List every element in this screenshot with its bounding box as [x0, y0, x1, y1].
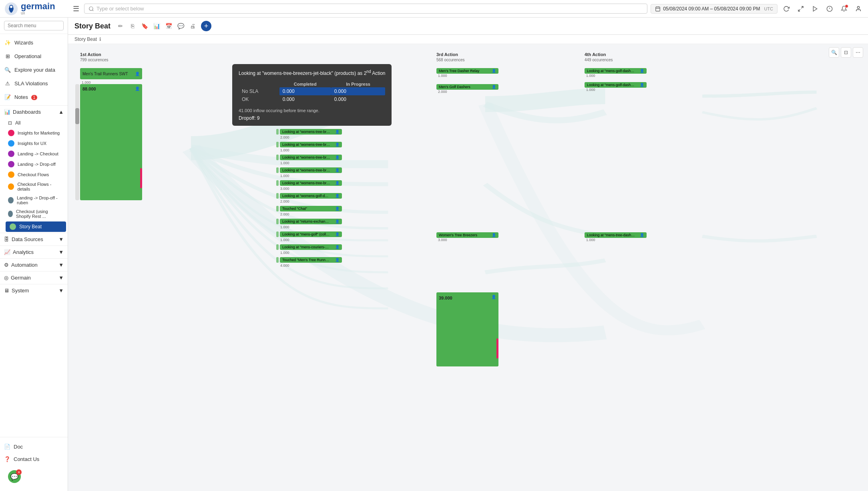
- im-icon: [8, 130, 14, 136]
- sidebar-item-doc[interactable]: 📄 Doc: [0, 441, 68, 453]
- ldr-icon: [8, 197, 14, 203]
- col3-node-relay[interactable]: Men's Tree Dasher Relay 👤 1.000: [436, 68, 498, 78]
- chat-bubble-button[interactable]: 💬 ✕: [8, 470, 21, 483]
- automation-header[interactable]: ⚙ Automation ▼: [0, 259, 68, 271]
- sidebar-item-explore[interactable]: 🔍 Explore your data: [0, 63, 68, 76]
- col2-node-5[interactable]: Looking at "womens-tree-breezers... 👤: [276, 167, 342, 173]
- col2-node8-box[interactable]: Touched "Chat" 👤: [280, 206, 342, 211]
- col2-node3-box[interactable]: Looking at "womens-tree-breezers... 👤: [280, 142, 342, 147]
- sidebar-item-wizards[interactable]: ✨ Wizards: [0, 36, 68, 49]
- sidebar-item-notes[interactable]: 📝 Notes 1: [0, 90, 68, 104]
- calendar-icon: [655, 6, 661, 12]
- sidebar-item-checkout-shopify[interactable]: Checkout (using Shopify Rest ...: [4, 207, 68, 221]
- fullscreen-button[interactable]: [795, 3, 806, 14]
- col2-node-3[interactable]: Looking at "womens-tree-breezers... 👤: [276, 142, 342, 147]
- sidebar-item-checkout-flows[interactable]: Checkout Flows: [4, 169, 68, 180]
- col2-node10-box[interactable]: Looking at "mens-golf" (collecti... 👤: [280, 231, 342, 237]
- col3-big-node[interactable]: 39.000 👤: [436, 292, 498, 366]
- analytics-header[interactable]: 📈 Analytics ▼: [0, 246, 68, 258]
- bookmark-button[interactable]: 🔖: [139, 21, 150, 31]
- sidebar-item-story-beat[interactable]: Story Beat: [6, 221, 66, 232]
- print-button[interactable]: 🖨: [187, 21, 198, 31]
- chart-button[interactable]: 📊: [151, 21, 162, 31]
- sidebar-search-input[interactable]: [4, 21, 64, 30]
- sidebar-item-checkout-flows-details[interactable]: Checkout Flows - details: [4, 180, 68, 193]
- person-icon3: 👤: [335, 143, 340, 147]
- col2-node5-box[interactable]: Looking at "womens-tree-breezers... 👤: [280, 167, 342, 173]
- col1-scrollbar-track[interactable]: [75, 84, 79, 200]
- sidebar-group-dashboards: 📊 Dashboards ▲ ⊡ All Insights for Market…: [0, 105, 68, 233]
- sidebar-item-sla[interactable]: ⚠ SLA Violations: [0, 76, 68, 90]
- info-button[interactable]: [824, 3, 835, 14]
- global-search[interactable]: Type or select below: [84, 4, 647, 14]
- edit-button[interactable]: ✏: [115, 21, 126, 31]
- col1-big-node[interactable]: 88.000 👤: [80, 84, 142, 200]
- col4-node-1[interactable]: Looking at "mens-golf-dashe... 👤 1.000: [585, 68, 647, 78]
- col3-node-breezers[interactable]: Women's Tree Breezers 👤 3.000: [436, 232, 498, 242]
- more-options-button[interactable]: ⋯: [853, 47, 863, 58]
- calendar-header-button[interactable]: 📅: [163, 21, 174, 31]
- zoom-in-button[interactable]: 🔍: [829, 47, 839, 58]
- chevron-down-icon-sy: ▼: [58, 288, 64, 294]
- col2-node-10[interactable]: Looking at "mens-golf" (collecti... 👤: [276, 231, 342, 237]
- col4-node1-box[interactable]: Looking at "mens-golf-dashe... 👤: [585, 68, 647, 74]
- dashboards-icon: 📊: [4, 109, 10, 115]
- col2-node-6[interactable]: Looking at "womens-tree-breezers... 👤: [276, 180, 342, 186]
- breadcrumb-info-icon[interactable]: ℹ: [99, 36, 101, 42]
- col2-node-12[interactable]: Touched "Men's Tree Runner Go -... 👤: [276, 257, 342, 263]
- comment-button[interactable]: 💬: [175, 21, 186, 31]
- system-header[interactable]: 🖥 System ▼: [0, 284, 68, 297]
- col2-node7-box[interactable]: Looking at "womens-golf-dashers-... 👤: [280, 193, 342, 199]
- col2-node4-count: 1.000: [276, 161, 342, 165]
- col2-node-4[interactable]: Looking at "womens-tree-breezers... 👤: [276, 155, 342, 160]
- search-icon: [88, 6, 94, 12]
- col4-node3-box[interactable]: Looking at "mens-tree-dashe... 👤: [585, 232, 647, 238]
- play-button[interactable]: [810, 3, 821, 14]
- col2-nodes-container: Looking at "womens-tree-breezers... 👤 3.…: [276, 116, 342, 268]
- dashboards-header[interactable]: 📊 Dashboards ▲: [0, 106, 68, 118]
- col2-node-2[interactable]: Looking at "womens-tree-breezers... 👤: [276, 129, 342, 135]
- add-widget-button[interactable]: +: [201, 21, 211, 31]
- sidebar-item-all[interactable]: ⊡ All: [4, 118, 68, 128]
- flow-canvas[interactable]: 🔍 ⊡ ⋯: [68, 44, 868, 491]
- explore-icon: 🔍: [4, 66, 11, 73]
- col3-golf-box[interactable]: Men's Golf Dashers 👤: [436, 84, 498, 90]
- col2-node12-box[interactable]: Touched "Men's Tree Runner Go -... 👤: [280, 257, 342, 263]
- col1-node-trail-runners[interactable]: Men's Trail Runners SWT 👤 1.000: [80, 68, 142, 85]
- col4-node-2[interactable]: Looking at "mens-golf-dashe... 👤 1.000: [585, 82, 647, 92]
- col2-node-9[interactable]: Looking at "returns-exchanges" (... 👤: [276, 219, 342, 224]
- col3-breezers-box[interactable]: Women's Tree Breezers 👤: [436, 232, 498, 238]
- notifications-button[interactable]: [838, 3, 850, 14]
- refresh-button[interactable]: [781, 3, 792, 14]
- col2-node11-box[interactable]: Looking at "mens-couriers-natura... 👤: [280, 244, 342, 250]
- sidebar-item-landing-checkout[interactable]: Landing -> Checkout: [4, 149, 68, 159]
- col2-node2-box[interactable]: Looking at "womens-tree-breezers... 👤: [280, 129, 342, 135]
- col3-node-golf[interactable]: Men's Golf Dashers 👤 2.000: [436, 84, 498, 94]
- fit-button[interactable]: ⊡: [841, 47, 851, 58]
- col3-relay-box[interactable]: Men's Tree Dasher Relay 👤: [436, 68, 498, 74]
- sidebar-item-insights-ux[interactable]: Insights for UX: [4, 138, 68, 149]
- user-button[interactable]: [853, 3, 864, 14]
- col2-node-11[interactable]: Looking at "mens-couriers-natura... 👤: [276, 244, 342, 250]
- sidebar-item-contact-us[interactable]: ❓ Contact Us: [0, 453, 68, 465]
- copy-button[interactable]: ⎘: [127, 21, 138, 31]
- all-icon: ⊡: [8, 120, 12, 126]
- sidebar-item-insights-marketing[interactable]: Insights for Marketing: [4, 128, 68, 138]
- col2-node6-box[interactable]: Looking at "womens-tree-breezers... 👤: [280, 180, 342, 186]
- col2-node-7[interactable]: Looking at "womens-golf-dashers-... 👤: [276, 193, 342, 199]
- germain-header[interactable]: ◎ Germain ▼: [0, 272, 68, 284]
- col4-node2-box[interactable]: Looking at "mens-golf-dashe... 👤: [585, 82, 647, 88]
- col1-scrollbar-thumb[interactable]: [75, 108, 79, 124]
- sidebar-item-landing-dropoff[interactable]: Landing -> Drop-off: [4, 159, 68, 169]
- col4-node-3[interactable]: Looking at "mens-tree-dashe... 👤 1.000: [585, 232, 647, 242]
- col2-node4-box[interactable]: Looking at "womens-tree-breezers... 👤: [280, 155, 342, 160]
- sidebar-group-automation: ⚙ Automation ▼: [0, 258, 68, 271]
- col2-node-8[interactable]: Touched "Chat" 👤: [276, 206, 342, 211]
- sidebar-item-operational[interactable]: ⊞ Operational: [0, 49, 68, 63]
- tooltip-dropoff: Dropoff: 9: [239, 115, 385, 121]
- hamburger-button[interactable]: ☰: [71, 3, 81, 15]
- col2-node9-box[interactable]: Looking at "returns-exchanges" (... 👤: [280, 219, 342, 224]
- data-sources-header[interactable]: 🗄 Data Sources ▼: [0, 233, 68, 246]
- sidebar-item-landing-dropoff-ruben[interactable]: Landing -> Drop-off - ruben: [4, 193, 68, 207]
- date-range[interactable]: 05/08/2024 09:00 AM – 05/08/2024 09:00 P…: [651, 4, 778, 14]
